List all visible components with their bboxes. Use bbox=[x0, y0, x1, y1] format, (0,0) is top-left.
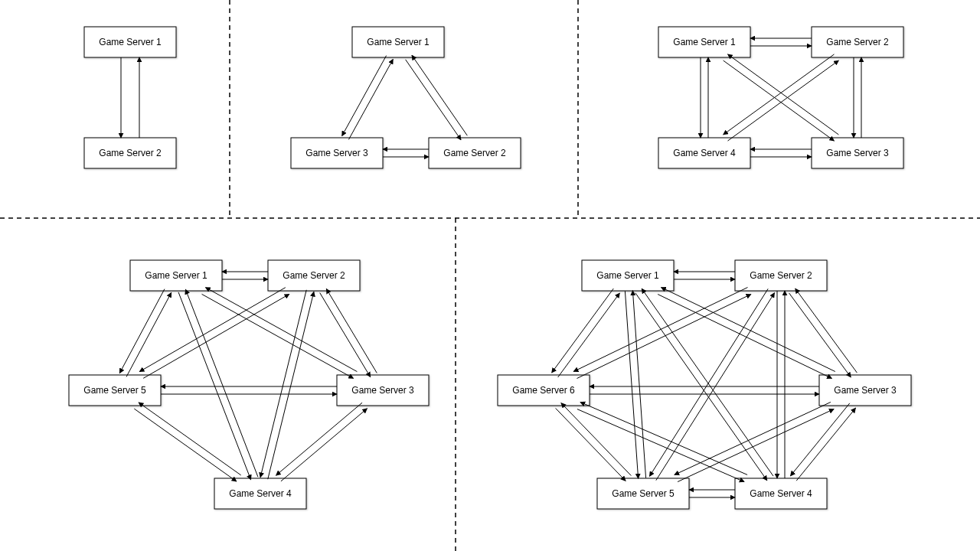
edge bbox=[178, 292, 251, 480]
p3-server-1: Game Server 1 bbox=[658, 27, 750, 57]
p3-server-1-label: Game Server 1 bbox=[673, 37, 736, 47]
p1-server-1: Game Server 1 bbox=[84, 27, 176, 57]
p5-server-3: Game Server 3 bbox=[819, 375, 911, 406]
p4-server-2-label: Game Server 2 bbox=[283, 270, 345, 281]
edge bbox=[342, 56, 387, 136]
p5-server-4: Game Server 4 bbox=[735, 478, 827, 509]
edge bbox=[642, 289, 773, 476]
p4-server-5-label: Game Server 5 bbox=[83, 385, 146, 396]
edge bbox=[678, 409, 834, 482]
p5-server-6: Game Server 6 bbox=[498, 375, 590, 406]
diagram-canvas: Game Server 1Game Server 2Game Server 1G… bbox=[0, 0, 980, 551]
p4-server-4: Game Server 4 bbox=[214, 478, 306, 509]
edge bbox=[662, 287, 835, 371]
p5-server-2-label: Game Server 2 bbox=[750, 270, 812, 281]
edge bbox=[126, 292, 172, 377]
p5-server-1-label: Game Server 1 bbox=[596, 270, 659, 281]
edge bbox=[724, 54, 835, 135]
p1-server-2-label: Game Server 2 bbox=[99, 148, 162, 158]
edge bbox=[260, 290, 306, 478]
edge bbox=[724, 60, 835, 141]
p2-server-1-label: Game Server 1 bbox=[367, 37, 430, 47]
edge bbox=[281, 409, 368, 481]
p1-server-2: Game Server 2 bbox=[84, 138, 176, 168]
p3-server-2-label: Game Server 2 bbox=[826, 37, 889, 47]
p5-server-6-label: Game Server 6 bbox=[512, 385, 575, 396]
p3-server-2: Game Server 2 bbox=[812, 27, 903, 57]
edge bbox=[795, 289, 858, 373]
edge bbox=[789, 293, 851, 377]
edge bbox=[675, 402, 831, 474]
edge bbox=[119, 289, 165, 373]
p4-server-5: Game Server 5 bbox=[69, 375, 161, 406]
edge bbox=[348, 59, 393, 139]
p3-server-3: Game Server 3 bbox=[812, 138, 903, 168]
p2-server-3-label: Game Server 3 bbox=[305, 148, 368, 158]
p3-server-4: Game Server 4 bbox=[658, 138, 750, 168]
p5-server-4-label: Game Server 4 bbox=[750, 488, 812, 499]
edge bbox=[558, 293, 620, 377]
p2-server-3: Game Server 3 bbox=[291, 138, 383, 168]
edge bbox=[790, 403, 849, 476]
p5-server-2: Game Server 2 bbox=[735, 260, 827, 291]
edge bbox=[143, 294, 289, 378]
edge bbox=[577, 295, 751, 379]
p5-server-1: Game Server 1 bbox=[582, 260, 674, 291]
p2-server-2: Game Server 2 bbox=[429, 138, 521, 168]
p2-server-2-label: Game Server 2 bbox=[443, 148, 506, 158]
edge bbox=[561, 403, 631, 476]
p4-server-2: Game Server 2 bbox=[268, 260, 360, 291]
p4-server-3-label: Game Server 3 bbox=[351, 385, 414, 396]
edge bbox=[185, 289, 258, 477]
edge bbox=[552, 289, 614, 373]
edge bbox=[728, 60, 839, 141]
p4-server-4-label: Game Server 4 bbox=[229, 488, 292, 499]
p5-server-5-label: Game Server 5 bbox=[612, 488, 675, 499]
edge bbox=[556, 408, 626, 481]
p2-server-1: Game Server 1 bbox=[352, 27, 444, 57]
edge bbox=[326, 289, 377, 373]
edge bbox=[202, 294, 354, 378]
p5-server-3-label: Game Server 3 bbox=[834, 385, 897, 396]
edge bbox=[728, 54, 839, 135]
p3-server-4-label: Game Server 4 bbox=[673, 148, 736, 158]
edge bbox=[632, 291, 645, 478]
edge bbox=[625, 291, 638, 478]
edge bbox=[796, 408, 855, 481]
edge bbox=[268, 292, 314, 479]
p4-server-3: Game Server 3 bbox=[337, 375, 429, 406]
p5-server-5: Game Server 5 bbox=[597, 478, 689, 509]
edge bbox=[580, 402, 747, 474]
p3-server-3-label: Game Server 3 bbox=[826, 148, 889, 158]
p4-server-1-label: Game Server 1 bbox=[145, 270, 207, 281]
edge bbox=[276, 403, 362, 475]
edge bbox=[134, 409, 237, 481]
p1-server-1-label: Game Server 1 bbox=[99, 37, 162, 47]
edge bbox=[406, 60, 461, 140]
edge bbox=[573, 287, 747, 371]
edge bbox=[658, 295, 831, 379]
p4-server-1: Game Server 1 bbox=[130, 260, 222, 291]
edge bbox=[412, 55, 467, 135]
